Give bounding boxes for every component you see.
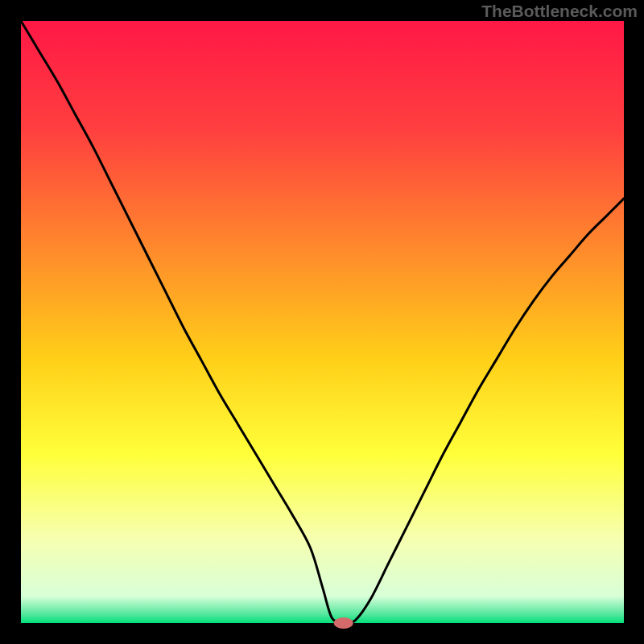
gradient-background (21, 21, 624, 623)
optimal-marker (334, 617, 353, 629)
chart-container: { "watermark": "TheBottleneck.com", "cha… (0, 0, 644, 644)
bottleneck-chart (0, 0, 644, 644)
watermark-text: TheBottleneck.com (481, 2, 638, 21)
